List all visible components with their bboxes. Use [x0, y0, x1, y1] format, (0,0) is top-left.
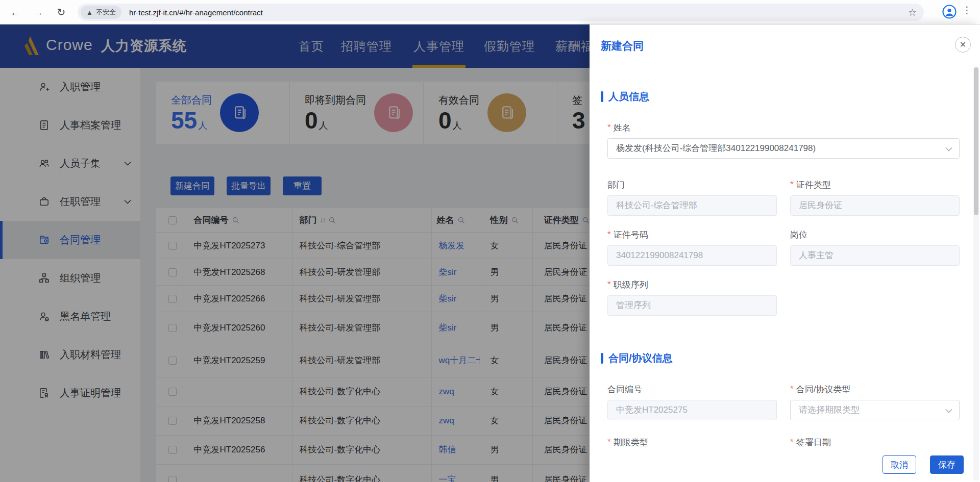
section-person-info: 人员信息 — [601, 90, 960, 104]
cancel-button[interactable]: 取消 — [883, 455, 916, 474]
save-button[interactable]: 保存 — [930, 455, 964, 474]
chevron-down-icon — [945, 147, 952, 151]
bookmark-star-icon[interactable]: ☆ — [908, 7, 917, 18]
term-type-label: * 期限类型 — [607, 437, 777, 448]
url-text: hr-test.zjf-it.cn/#/hr-anagement/contrac… — [129, 8, 263, 17]
browser-forward-icon[interactable]: → — [31, 5, 46, 20]
position-label: 岗位 — [790, 229, 960, 240]
drawer-scrollbar[interactable] — [973, 66, 979, 481]
name-select[interactable]: 杨发发(科技公司-综合管理部340122199008241798) — [607, 138, 960, 159]
chevron-down-icon — [945, 409, 952, 413]
contract-no-label: 合同编号 — [607, 384, 777, 395]
drawer-body: 人员信息 * 姓名 杨发发(科技公司-综合管理部3401221990082417… — [590, 65, 980, 482]
address-bar[interactable]: ▲ 不安全 hr-test.zjf-it.cn/#/hr-anagement/c… — [78, 4, 924, 21]
scrollbar-thumb[interactable] — [974, 67, 978, 215]
contract-type-label: * 合同/协议类型 — [790, 384, 960, 395]
sign-date-label: * 签署日期 — [790, 437, 960, 448]
page: Crowe 人力资源系统 首页 招聘管理 人事管理 假勤管理 薪酬福 入职管理 … — [0, 24, 980, 482]
rank-sequence-input: 管理序列 — [607, 295, 777, 316]
drawer-header: 新建合同 ✕ — [590, 24, 980, 65]
id-type-label: * 证件类型 — [790, 179, 960, 190]
id-number-input: 340122199008241798 — [607, 245, 777, 266]
contract-no-input: 中竞发HT2025275 — [607, 400, 777, 420]
department-input: 科技公司-综合管理部 — [607, 195, 777, 216]
position-input: 人事主管 — [790, 245, 960, 266]
contract-type-select[interactable]: 请选择期限类型 — [790, 400, 960, 420]
new-contract-drawer: 新建合同 ✕ 人员信息 * 姓名 杨发发(科技公司-综合管理部340122199… — [590, 24, 980, 482]
id-type-input: 居民身份证 — [790, 195, 960, 216]
drawer-title: 新建合同 — [601, 39, 644, 53]
drawer-footer: 取消 保存 — [883, 455, 964, 474]
id-number-label: * 证件号码 — [607, 229, 777, 240]
browser-back-icon[interactable]: ← — [8, 5, 23, 20]
browser-menu-icon[interactable]: ⋮ — [962, 4, 972, 16]
screen: ← → ↻ ▲ 不安全 hr-test.zjf-it.cn/#/hr-anage… — [0, 0, 980, 482]
browser-reload-icon[interactable]: ↻ — [54, 5, 69, 20]
browser-chrome: ← → ↻ ▲ 不安全 hr-test.zjf-it.cn/#/hr-anage… — [0, 0, 980, 24]
close-icon[interactable]: ✕ — [955, 37, 971, 53]
warning-icon: ▲ — [86, 9, 93, 16]
section-contract-info: 合同/协议信息 — [601, 351, 960, 365]
security-warning-label: 不安全 — [96, 8, 116, 17]
name-label: * 姓名 — [607, 122, 960, 133]
profile-avatar-icon[interactable] — [942, 5, 957, 21]
department-label: 部门 — [607, 179, 777, 190]
security-warning-chip[interactable]: ▲ 不安全 — [81, 6, 121, 19]
rank-sequence-label: * 职级序列 — [607, 279, 777, 290]
